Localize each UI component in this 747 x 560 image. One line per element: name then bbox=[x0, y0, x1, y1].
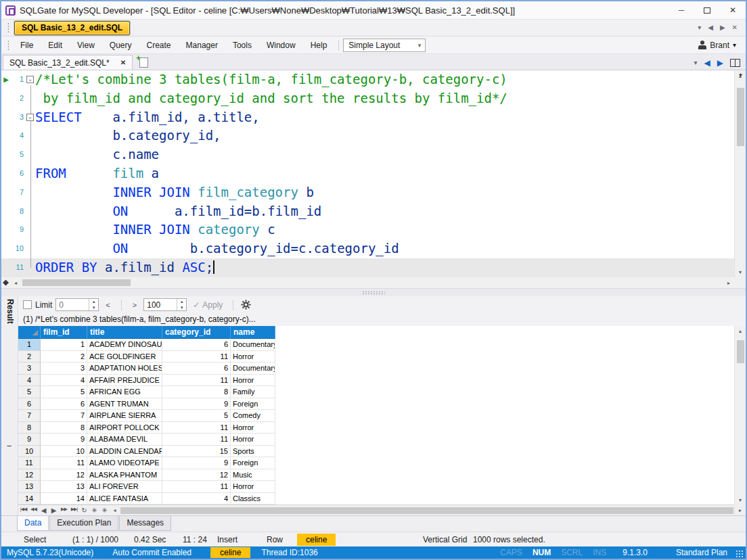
cell-title[interactable]: AFRICAN EGG bbox=[87, 386, 162, 398]
tab-close-icon[interactable]: ✕ bbox=[732, 24, 738, 31]
tab-list-dropdown-icon[interactable]: ▾ bbox=[698, 24, 701, 31]
document-tab-active[interactable]: SQL Basic_13_2_edit.SQL* ✕ bbox=[3, 55, 133, 70]
cell-name[interactable]: Sports bbox=[231, 446, 275, 458]
cell-title[interactable]: ALASKA PHANTOM bbox=[87, 469, 162, 482]
tab-forward-icon[interactable]: ▶ bbox=[720, 24, 725, 31]
limit-checkbox[interactable] bbox=[23, 300, 32, 309]
cell-title[interactable]: AIRPORT POLLOCK bbox=[87, 422, 162, 434]
pane-splitter[interactable] bbox=[1, 288, 746, 296]
cell-name[interactable]: Documentary bbox=[231, 339, 275, 351]
cell-film_id[interactable]: 2 bbox=[41, 351, 87, 363]
cell-name[interactable]: Foreign bbox=[231, 398, 275, 411]
code-line-10[interactable]: 10 ON b.category_id=c.category_id bbox=[1, 239, 734, 258]
cell-title[interactable]: ALABAMA DEVIL bbox=[87, 434, 162, 446]
editor-horizontal-scrollbar[interactable]: ◂ ▸ bbox=[1, 277, 734, 288]
cell-title[interactable]: AIRPLANE SIERRA bbox=[87, 410, 162, 422]
cell-name[interactable]: Documentary bbox=[231, 363, 275, 375]
column-header-film_id[interactable]: film_id bbox=[41, 326, 87, 339]
table-row[interactable]: 22ACE GOLDFINGER11Horror bbox=[18, 351, 276, 363]
menu-view[interactable]: View bbox=[70, 38, 102, 53]
menu-file[interactable]: File bbox=[13, 38, 41, 53]
table-row[interactable]: 77AIRPLANE SIERRA5Comedy bbox=[18, 410, 276, 422]
drag-handle-icon[interactable] bbox=[7, 22, 10, 33]
scroll-right-icon[interactable]: ▸ bbox=[735, 505, 746, 515]
cell-category_id[interactable]: 12 bbox=[162, 469, 231, 482]
cell-name[interactable]: Family bbox=[231, 386, 275, 398]
scroll-up-icon[interactable]: ▴ bbox=[735, 326, 746, 336]
table-row[interactable]: 66AGENT TRUMAN9Foreign bbox=[18, 398, 276, 411]
cell-category_id[interactable]: 9 bbox=[162, 398, 231, 411]
collapse-panel-button[interactable]: − bbox=[5, 442, 14, 451]
menu-manager[interactable]: Manager bbox=[179, 38, 225, 53]
cell-category_id[interactable]: 6 bbox=[162, 339, 231, 351]
scroll-thumb[interactable] bbox=[737, 340, 744, 363]
code-line-6[interactable]: 6FROM film a bbox=[1, 164, 734, 183]
cell-film_id[interactable]: 10 bbox=[41, 446, 87, 458]
row-number[interactable]: 3 bbox=[18, 363, 41, 375]
user-menu[interactable]: Brant bbox=[710, 41, 729, 50]
row-number[interactable]: 1 bbox=[18, 339, 41, 351]
cell-film_id[interactable]: 1 bbox=[41, 339, 87, 351]
scroll-down-icon[interactable]: ▾ bbox=[735, 266, 746, 277]
cell-title[interactable]: ALI FOREVER bbox=[87, 481, 162, 493]
last-icon[interactable]: ▶▶| bbox=[69, 507, 79, 514]
row-number[interactable]: 12 bbox=[18, 469, 41, 482]
fold-collapse-icon[interactable]: - bbox=[26, 76, 34, 83]
cell-name[interactable]: Music bbox=[231, 469, 275, 482]
code-line-1[interactable]: ▶1-/*Let's combine 3 tables(film-a, film… bbox=[1, 70, 734, 89]
cell-film_id[interactable]: 7 bbox=[41, 410, 87, 422]
cell-film_id[interactable]: 4 bbox=[41, 375, 87, 387]
cell-title[interactable]: ADAPTATION HOLES bbox=[87, 363, 162, 375]
menu-window[interactable]: Window bbox=[259, 38, 303, 53]
cell-category_id[interactable]: 4 bbox=[162, 493, 231, 505]
row-number[interactable]: 8 bbox=[18, 422, 41, 434]
code-line-7[interactable]: 7 INNER JOIN film_category b bbox=[1, 183, 734, 202]
row-number[interactable]: 10 bbox=[18, 446, 41, 458]
row-number[interactable]: 6 bbox=[18, 398, 41, 411]
code-line-11[interactable]: 11ORDER BY a.film_id ASC; bbox=[1, 258, 734, 277]
new-document-icon[interactable] bbox=[139, 57, 148, 68]
scroll-left-icon[interactable]: ◂ bbox=[10, 277, 21, 288]
pane-splitter-icon[interactable] bbox=[3, 280, 9, 286]
close-button[interactable]: ✕ bbox=[720, 2, 746, 18]
tab-back-icon[interactable]: ◀ bbox=[708, 24, 713, 31]
cell-category_id[interactable]: 11 bbox=[162, 375, 231, 387]
table-row[interactable]: 1414ALICE FANTASIA4Classics bbox=[18, 493, 276, 505]
scroll-thumb[interactable] bbox=[120, 507, 733, 514]
scroll-left-icon[interactable]: ◂ bbox=[110, 505, 120, 516]
next-icon[interactable]: ▶ bbox=[49, 507, 59, 514]
row-number[interactable]: 7 bbox=[18, 410, 41, 422]
cell-category_id[interactable]: 11 bbox=[162, 434, 231, 446]
first-icon[interactable]: |◀◀ bbox=[18, 507, 28, 514]
nav-back-icon[interactable]: ◀ bbox=[704, 59, 710, 67]
code-line-4[interactable]: 4 b.category_id, bbox=[1, 126, 734, 145]
limit-spinner[interactable]: 0 ▲▼ bbox=[55, 298, 99, 311]
document-tab-close-icon[interactable]: ✕ bbox=[120, 59, 126, 66]
column-header-title[interactable]: title bbox=[87, 326, 162, 339]
cell-title[interactable]: ALADDIN CALENDAR bbox=[87, 446, 162, 458]
sql-editor[interactable]: ▶1-/*Let's combine 3 tables(film-a, film… bbox=[1, 70, 734, 277]
cell-film_id[interactable]: 12 bbox=[41, 469, 87, 482]
apply-button[interactable]: ✓ Apply bbox=[190, 300, 225, 310]
cell-category_id[interactable]: 6 bbox=[162, 363, 231, 375]
prev-page-icon[interactable]: ◀◀ bbox=[28, 507, 39, 514]
code-line-9[interactable]: 9 INNER JOIN category c bbox=[1, 220, 734, 239]
minimize-button[interactable]: ─ bbox=[669, 2, 694, 18]
cell-name[interactable]: Horror bbox=[231, 434, 275, 446]
table-row[interactable]: 44AFFAIR PREJUDICE11Horror bbox=[18, 375, 276, 387]
cell-name[interactable]: Horror bbox=[231, 375, 275, 387]
column-header-category_id[interactable]: category_id bbox=[162, 326, 231, 339]
doc-list-dropdown-icon[interactable]: ▾ bbox=[694, 60, 698, 66]
prev-page-button[interactable]: < bbox=[102, 301, 113, 309]
menu-tools[interactable]: Tools bbox=[225, 38, 259, 53]
table-row[interactable]: 99ALABAMA DEVIL11Horror bbox=[18, 434, 276, 446]
fold-collapse-icon[interactable]: - bbox=[26, 114, 34, 121]
cell-title[interactable]: AGENT TRUMAN bbox=[87, 398, 162, 411]
code-line-2[interactable]: 2 by film_id and category_id and sort th… bbox=[1, 89, 734, 108]
split-view-icon[interactable] bbox=[730, 59, 740, 67]
file-tab-active[interactable]: SQL Basic_13_2_edit.SQL bbox=[14, 21, 130, 35]
cell-film_id[interactable]: 5 bbox=[41, 386, 87, 398]
cell-name[interactable]: Foreign bbox=[231, 457, 275, 469]
table-row[interactable]: 33ADAPTATION HOLES6Documentary bbox=[18, 363, 276, 375]
cell-name[interactable]: Classics bbox=[231, 493, 275, 505]
